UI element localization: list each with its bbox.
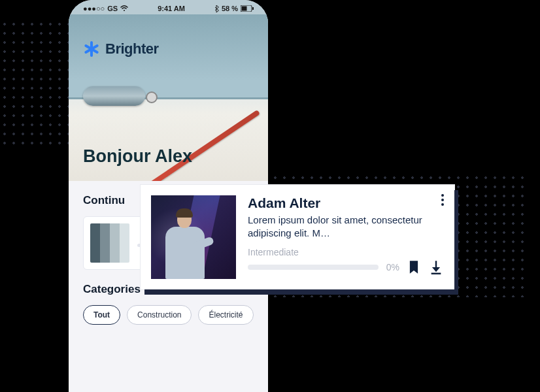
course-level: Intermediate <box>248 247 443 257</box>
continue-card-thumb <box>90 223 129 263</box>
bookmark-icon[interactable] <box>407 260 420 274</box>
paint-roller-head <box>83 86 145 106</box>
course-card[interactable]: Adam Alter Lorem ipsum dolor sit amet, c… <box>141 185 454 289</box>
signal-dots-icon: ●●●○○ <box>83 5 105 12</box>
hero-banner: Brighter Bonjour Alex <box>69 14 268 181</box>
paint-roller-handle <box>149 110 260 181</box>
category-chips: Tout Construction Électricité Extérieu <box>83 305 254 325</box>
bluetooth-icon <box>214 5 219 12</box>
course-progress-row: 0% <box>248 260 443 274</box>
download-icon[interactable] <box>430 260 443 274</box>
svg-rect-1 <box>242 7 247 11</box>
battery-pct-label: 58 % <box>222 5 238 12</box>
course-title: Adam Alter <box>248 195 443 211</box>
status-bar: ●●●○○ GS 9:41 AM 58 % <box>69 0 268 14</box>
status-time: 9:41 AM <box>158 5 185 12</box>
brand: Brighter <box>83 41 159 57</box>
battery-icon <box>241 5 254 12</box>
course-card-thumb <box>151 195 236 279</box>
course-progress-pct: 0% <box>386 262 399 272</box>
course-card-body: Adam Alter Lorem ipsum dolor sit amet, c… <box>248 195 443 279</box>
paint-roller-joint <box>146 91 158 103</box>
greeting-text: Bonjour Alex <box>83 146 192 167</box>
speaker-figure <box>159 208 211 279</box>
course-description: Lorem ipsum dolor sit amet, consectetur … <box>248 214 443 240</box>
asterisk-icon <box>83 41 100 57</box>
brand-name: Brighter <box>105 41 159 57</box>
carrier-label: GS <box>107 5 118 12</box>
status-left: ●●●○○ GS <box>83 5 128 12</box>
more-options-icon[interactable] <box>441 194 444 206</box>
chip-electricite[interactable]: Électricité <box>198 305 253 325</box>
chip-construction[interactable]: Construction <box>127 305 192 325</box>
chip-tout[interactable]: Tout <box>83 305 120 325</box>
course-progress-bar <box>248 265 379 270</box>
status-right: 58 % <box>214 5 254 12</box>
svg-rect-2 <box>252 7 254 10</box>
wifi-icon <box>120 5 128 12</box>
